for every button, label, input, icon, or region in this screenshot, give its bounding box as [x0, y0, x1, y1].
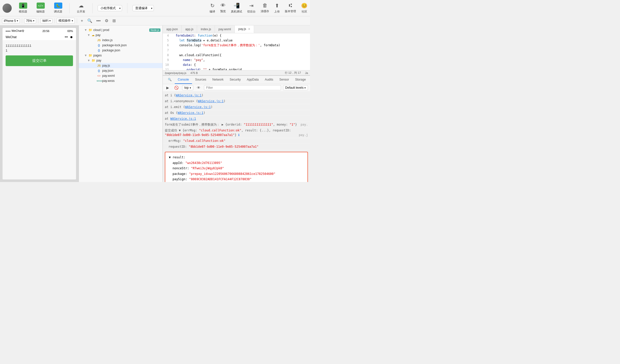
phone-battery: 69% [67, 29, 73, 33]
tree-item-pay-js[interactable]: JS pay.js [79, 63, 163, 68]
tab-index-js[interactable]: index.js [197, 25, 215, 33]
dt-context-label: top [184, 86, 189, 89]
compile-select[interactable]: 普通编译 [132, 5, 154, 11]
real-device-action[interactable]: 📲 真机调试 [231, 3, 242, 13]
waservice-link-2[interactable]: WAService.js:1 [198, 99, 224, 103]
simulator-btn[interactable]: 📱 模拟器 [17, 2, 29, 14]
background-icon: ⇥ [249, 3, 254, 9]
dt-play-btn[interactable]: ▶ [165, 85, 171, 90]
code-area[interactable]: 4 formSubmit: function(e) { 5 let formDa… [163, 33, 310, 70]
waservice-link-5[interactable]: WAService.js:1 [170, 117, 196, 120]
cloud-btn[interactable]: ☁ 云开发 [75, 2, 87, 14]
phone-status-bar: ••••• WeChat令 20:56 69% [3, 28, 76, 34]
tree-label-pay-wxss: pay.wxss [102, 79, 114, 83]
device-name: iPhone 5 [4, 19, 16, 23]
tab-audits[interactable]: Audits [262, 76, 276, 84]
tab-label-pay-js: pay.js [238, 27, 246, 31]
tree-item-pay-json[interactable]: {} pay.json [79, 68, 163, 73]
mode-select[interactable]: 小程序模式 [98, 5, 122, 11]
zoom-select[interactable]: 75% [24, 18, 36, 23]
toolbar2-sep-3 [54, 18, 55, 23]
tree-label-cloud-prod: cloud | prod [93, 28, 109, 32]
tab-appdata[interactable]: AppData [244, 76, 262, 84]
tree-label-pages-pay: pay [96, 59, 101, 62]
simulate-select[interactable]: 模拟操作 [57, 18, 75, 24]
line-content-7 [172, 48, 310, 53]
phone-wechat-bar: WeChat ••• ⏺ [3, 34, 76, 41]
compile-select-wrap[interactable]: 普通编译 [132, 5, 154, 11]
debugger-btn[interactable]: 🐛 调试器 [52, 2, 64, 14]
tree-item-pages[interactable]: ▼ 📁 pages [79, 53, 163, 58]
console-stack-1: at i (WAService.js:1) [163, 93, 310, 98]
tree-item-pages-pay[interactable]: ▼ 📁 pay [79, 58, 163, 63]
real-device-icon: 📲 [233, 3, 240, 9]
upload-action[interactable]: ⬆ 上传 [274, 3, 280, 13]
preview-action[interactable]: 👁 预览 [220, 3, 226, 13]
tab-app-js[interactable]: app.js [182, 25, 197, 33]
dt-context-select[interactable]: top [182, 85, 193, 90]
device-select[interactable]: iPhone 5 [2, 18, 20, 23]
tree-item-pay-wxss[interactable]: wxss pay.wxss [79, 78, 163, 83]
waservice-link-1[interactable]: WAService.js:1 [176, 94, 201, 97]
tab-security[interactable]: Security [227, 76, 244, 84]
clear-cache-action[interactable]: 🗑 清缓存 [261, 3, 269, 13]
dt-filter-input[interactable] [204, 85, 281, 90]
tree-item-package-lock[interactable]: {} package-lock.json [79, 43, 163, 48]
tree-item-package-json[interactable]: {} package.json [79, 48, 163, 53]
real-device-label: 真机调试 [231, 10, 242, 13]
simulator-icon: 📱 [19, 3, 27, 9]
toolbar2-sep-2 [38, 18, 38, 23]
tab-close-icon[interactable]: × [248, 27, 250, 31]
dt-levels-select[interactable]: Default levels [283, 85, 308, 90]
tab-app-json[interactable]: app.json [163, 25, 182, 33]
more-btn[interactable]: ••• [95, 18, 102, 24]
tab-console[interactable]: Console [175, 76, 192, 84]
community-action[interactable]: 😊 社区 [301, 3, 307, 13]
line-num-9: 9 [163, 58, 172, 63]
tree-item-pay-wxml[interactable]: <> pay.wxml [79, 73, 163, 78]
compile-action[interactable]: ↻ 编译 [210, 3, 215, 13]
tab-sources[interactable]: Sources [192, 76, 209, 84]
phone-submit-btn[interactable]: 提交订单 [6, 55, 73, 66]
editor-btn[interactable]: </> 编辑器 [34, 2, 47, 14]
preview-label: 预览 [220, 9, 226, 13]
tree-label-index-js: index.js [102, 38, 113, 42]
mode-select-wrap[interactable]: 小程序模式 [98, 5, 122, 11]
dt-levels-label: Default levels [285, 86, 304, 89]
version-action[interactable]: ⑆ 版本管理 [285, 3, 296, 13]
console-stack-5: at WAService.js:1 [163, 116, 310, 122]
waservice-link-3[interactable]: WAService.js:1 [185, 105, 211, 109]
toolbar-separator-3 [127, 3, 127, 13]
settings-btn[interactable]: ⚙ [103, 18, 110, 24]
js-icon: JS [97, 64, 101, 67]
tree-item-index-js[interactable]: JS index.js [79, 38, 163, 43]
result-box-container: ▼ result: appId: "wx26438c2d76113895" no… [163, 152, 310, 182]
fold-icon: ▼ [84, 54, 87, 57]
dt-eye-btn[interactable]: 👁 [195, 85, 202, 90]
tree-item-cloud-pay[interactable]: ▼ ☁ pay [79, 33, 163, 38]
tab-pay-js[interactable]: pay.js × [235, 25, 254, 33]
tree-item-cloud-prod[interactable]: ▼ 📁 cloud | prod Node.js [79, 27, 163, 33]
editor-label: 编辑器 [36, 10, 45, 13]
code-line-11: 11 orderid: "" + formData.orderid, [163, 67, 310, 70]
tab-label-pay-wxml: pay.wxml [218, 27, 231, 31]
pay-js-ref: pay. [301, 122, 308, 127]
add-btn[interactable]: + [79, 18, 84, 24]
layout-btn[interactable]: ⊞ [111, 18, 117, 24]
network-select[interactable]: WiFi [40, 18, 52, 23]
waservice-link-4[interactable]: WAService.js:1 [178, 111, 203, 115]
tab-pay-wxml[interactable]: pay.wxml [215, 25, 235, 33]
search-btn[interactable]: 🔍 [86, 18, 94, 24]
dt-clear-btn[interactable]: 🚫 [173, 85, 180, 90]
tab-trace[interactable]: Trace [309, 76, 310, 84]
phone-order-number: 11111111111111 [6, 44, 73, 48]
tab-sensor[interactable]: Sensor [276, 76, 292, 84]
dt-inspect-btn[interactable]: 🔍 [165, 76, 175, 84]
line-content-11: orderid: "" + formData.orderid, [172, 67, 310, 70]
avatar[interactable] [3, 4, 12, 13]
tab-network[interactable]: Network [209, 76, 227, 84]
line-content-5: let formData = e.detail.value [172, 38, 310, 43]
top-toolbar: 📱 模拟器 </> 编辑器 🐛 调试器 ☁ 云开发 小程序模式 普通编译 ↻ 编… [0, 0, 310, 16]
background-action[interactable]: ⇥ 切后台 [247, 3, 256, 13]
tab-storage[interactable]: Storage [292, 76, 309, 84]
